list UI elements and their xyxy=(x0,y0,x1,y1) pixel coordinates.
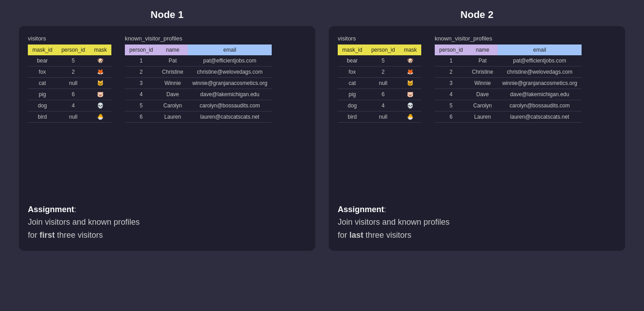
table-row: 6Laurenlauren@catscatscats.net xyxy=(435,111,582,123)
node-card-1: visitorsmask_idperson_idmaskbear5🐶fox2🦊c… xyxy=(19,26,315,251)
assignment-highlight-1: first xyxy=(40,231,55,240)
visitors-header-1-1: person_id xyxy=(57,44,90,55)
table-row: 5Carolyncarolyn@bossaudits.com xyxy=(125,100,272,111)
known-header-1-2: email xyxy=(188,44,272,55)
table-row: dog4💀 xyxy=(338,100,421,111)
known-label-1: known_visitor_profiles xyxy=(125,35,272,42)
assignment-label: Assignment xyxy=(338,205,384,214)
node-section-2: Node 2visitorsmask_idperson_idmaskbear5🐶… xyxy=(329,9,625,251)
table-row: 2Christinechristine@welovedags.com xyxy=(125,67,272,78)
known-label-2: known_visitor_profiles xyxy=(435,35,582,42)
node-section-1: Node 1visitorsmask_idperson_idmaskbear5🐶… xyxy=(19,9,315,251)
assignment-colon: : xyxy=(384,205,386,214)
assignment-label: Assignment xyxy=(28,205,74,214)
nodes-container: Node 1visitorsmask_idperson_idmaskbear5🐶… xyxy=(9,9,635,251)
table-row: dog4💀 xyxy=(28,100,111,111)
table-row: 3Winniewinnie@granjanacosmetics.org xyxy=(435,78,582,89)
visitors-header-2-0: mask_id xyxy=(338,44,367,55)
visitors-table-2: mask_idperson_idmaskbear5🐶fox2🦊catnull🐱p… xyxy=(338,44,421,123)
table-row: 1Patpat@efficientjobs.com xyxy=(125,55,272,67)
table-row: fox2🦊 xyxy=(28,67,111,78)
table-row: fox2🦊 xyxy=(338,67,421,78)
known-header-2-2: email xyxy=(498,44,582,55)
table-row: bear5🐶 xyxy=(28,55,111,67)
table-row: bear5🐶 xyxy=(338,55,421,67)
table-row: 4Davedave@lakemichigan.edu xyxy=(125,89,272,100)
node-title-2: Node 2 xyxy=(460,9,493,21)
table-row: birdnull🐣 xyxy=(338,111,421,123)
known-header-1-0: person_id xyxy=(125,44,158,55)
table-row: 6Laurenlauren@catscatscats.net xyxy=(125,111,272,123)
table-row: pig6🐷 xyxy=(338,89,421,100)
visitors-table-wrap-1: visitorsmask_idperson_idmaskbear5🐶fox2🦊c… xyxy=(28,35,111,123)
table-row: 1Patpat@efficientjobs.com xyxy=(435,55,582,67)
tables-area-1: visitorsmask_idperson_idmaskbear5🐶fox2🦊c… xyxy=(28,35,306,123)
visitors-header-2-1: person_id xyxy=(367,44,400,55)
visitors-label-1: visitors xyxy=(28,35,111,42)
node-card-2: visitorsmask_idperson_idmaskbear5🐶fox2🦊c… xyxy=(329,26,625,251)
visitors-header-1-0: mask_id xyxy=(28,44,57,55)
visitors-label-2: visitors xyxy=(338,35,421,42)
known-header-2-0: person_id xyxy=(435,44,468,55)
assignment-colon: : xyxy=(74,205,76,214)
assignment-text-1: Assignment:Join visitors and known profi… xyxy=(28,203,306,242)
table-row: 4Davedave@lakemichigan.edu xyxy=(435,89,582,100)
known-table-wrap-1: known_visitor_profilesperson_idnameemail… xyxy=(125,35,272,123)
assignment-area-1: Assignment:Join visitors and known profi… xyxy=(28,190,306,242)
known-table-wrap-2: known_visitor_profilesperson_idnameemail… xyxy=(435,35,582,123)
table-row: 3Winniewinnie@granjanacosmetics.org xyxy=(125,78,272,89)
table-row: catnull🐱 xyxy=(28,78,111,89)
node-title-1: Node 1 xyxy=(150,9,183,21)
visitors-table-1: mask_idperson_idmaskbear5🐶fox2🦊catnull🐱p… xyxy=(28,44,111,123)
visitors-header-2-2: mask xyxy=(399,44,421,55)
known-header-2-1: name xyxy=(468,44,498,55)
table-row: birdnull🐣 xyxy=(28,111,111,123)
visitors-table-wrap-2: visitorsmask_idperson_idmaskbear5🐶fox2🦊c… xyxy=(338,35,421,123)
table-row: pig6🐷 xyxy=(28,89,111,100)
assignment-highlight-2: last xyxy=(349,231,363,240)
assignment-area-2: Assignment:Join visitors and known profi… xyxy=(338,190,616,242)
table-row: 5Carolyncarolyn@bossaudits.com xyxy=(435,100,582,111)
tables-area-2: visitorsmask_idperson_idmaskbear5🐶fox2🦊c… xyxy=(338,35,616,123)
table-row: 2Christinechristine@welovedags.com xyxy=(435,67,582,78)
assignment-text-2: Assignment:Join visitors and known profi… xyxy=(338,203,616,242)
visitors-header-1-2: mask xyxy=(89,44,111,55)
known-table-1: person_idnameemail1Patpat@efficientjobs.… xyxy=(125,44,272,123)
known-header-1-1: name xyxy=(158,44,188,55)
table-row: catnull🐱 xyxy=(338,78,421,89)
known-table-2: person_idnameemail1Patpat@efficientjobs.… xyxy=(435,44,582,123)
